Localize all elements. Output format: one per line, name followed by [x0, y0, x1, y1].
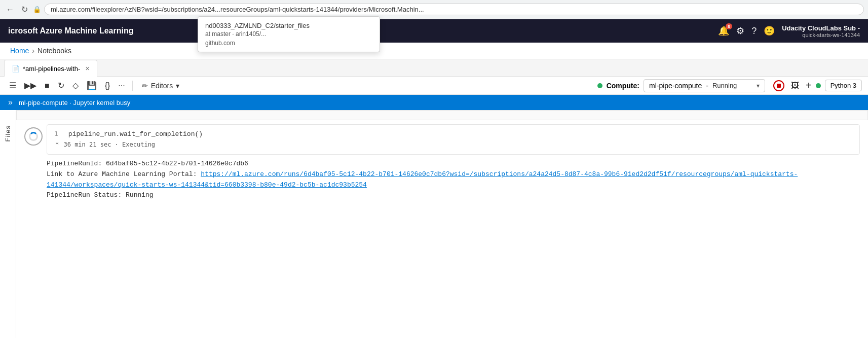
interrupt-button[interactable] [773, 80, 784, 91]
cell-run-indicator [24, 127, 43, 146]
stop-button[interactable]: ■ [42, 79, 53, 92]
notebook-content: 1 pipeline_run.wait_for_completion() * 3… [16, 110, 868, 338]
notebook-area: Files 1 pipeline_run.wait_for_completion… [0, 110, 868, 338]
notebook-tab[interactable]: 📄 *aml-pipelines-with- × [4, 60, 97, 77]
url-tooltip: nd00333_AZMLND_C2/starter_files at maste… [198, 16, 380, 52]
compute-dash: - [706, 82, 708, 90]
compute-status-dot [597, 83, 602, 88]
user-info: Udacity CloudLabs Sub - quick-starts-ws-… [782, 24, 860, 38]
back-button[interactable]: ← [4, 4, 16, 15]
spinner-icon [29, 132, 38, 141]
chevron-down-icon: ▾ [176, 82, 179, 90]
url-bar[interactable]: ml.azure.com/fileexplorerAzNB?wsid=/subs… [44, 4, 864, 15]
notifications-button[interactable]: 🔔 8 [718, 25, 729, 37]
save-button[interactable]: 💾 [84, 79, 100, 92]
output-area: PipelineRunId: 6d4baf05-5c12-4b22-b701-1… [47, 159, 860, 201]
tab-file-icon: 📄 [12, 65, 20, 73]
notif-badge: 8 [726, 23, 732, 29]
feedback-button[interactable]: 🙂 [764, 25, 775, 37]
cell-body[interactable]: 1 pipeline_run.wait_for_completion() * 3… [47, 124, 860, 155]
breadcrumb-separator: › [32, 47, 34, 55]
tab-close-button[interactable]: × [85, 64, 89, 73]
editors-label: Editors [151, 82, 173, 90]
run-all-button[interactable]: ▶▶ [21, 79, 40, 92]
toolbar: ☰ ▶▶ ■ ↻ ◇ 💾 {} ··· ✏ Editors ▾ Compute:… [0, 77, 868, 95]
toolbar-right: 🖼 + Python 3 [773, 80, 862, 91]
pen-icon: ✏ [142, 82, 148, 90]
files-label[interactable]: Files [4, 125, 12, 141]
tabs-bar: 📄 *aml-pipelines-with- × [0, 59, 868, 77]
output-link-prefix: Link to Azure Machine Learning Portal: [47, 170, 201, 178]
help-button[interactable]: ? [751, 26, 757, 37]
kernel-status-dot [816, 83, 821, 88]
kernel-label: Python 3 [831, 82, 856, 89]
settings-button[interactable]: ⚙ [736, 25, 744, 37]
user-workspace: quick-starts-ws-141344 [802, 32, 860, 38]
more-button[interactable]: ··· [115, 79, 128, 92]
browser-bar: ← ↻ 🔒 ml.azure.com/fileexplorerAzNB?wsid… [0, 0, 868, 19]
cell-line-number: 1 [54, 130, 58, 137]
screenshot-button[interactable]: 🖼 [788, 80, 802, 91]
tab-label: *aml-pipelines-with- [23, 65, 80, 73]
output-line-3: PipelineRun Status: Running [47, 190, 860, 201]
restart-button[interactable]: ↻ [55, 79, 67, 92]
toolbar-separator [132, 81, 133, 91]
status-bar: » ml-pipe-compute · Jupyter kernel busy [0, 95, 868, 110]
compute-dropdown[interactable]: ml-pipe-compute - Running ▾ [644, 79, 765, 92]
tooltip-main: nd00333_AZMLND_C2/starter_files [205, 22, 372, 29]
stop-inner-icon [777, 84, 781, 88]
output-line-1: PipelineRunId: 6d4baf05-5c12-4b22-b701-1… [47, 159, 860, 169]
add-cell-button[interactable]: + [806, 80, 812, 91]
menu-button[interactable]: ☰ [6, 79, 19, 92]
refresh-button[interactable]: ↻ [19, 4, 30, 15]
tooltip-source: github.com [205, 40, 372, 47]
breadcrumb-current: Notebooks [37, 47, 71, 55]
cell-code-line: 1 pipeline_run.wait_for_completion() [54, 130, 852, 138]
tooltip-sub: at master · arin1405/... [205, 30, 372, 38]
compute-chevron-icon: ▾ [757, 82, 760, 89]
breadcrumb-home[interactable]: Home [10, 47, 29, 55]
expand-button[interactable]: » [8, 98, 13, 107]
kernel-selector[interactable]: Python 3 [825, 80, 862, 91]
compute-status-text: Running [712, 82, 737, 89]
compute-label: Compute: [607, 82, 639, 90]
timing-text: 36 min 21 sec · Executing [63, 141, 155, 148]
compute-name: ml-pipe-compute [649, 82, 702, 90]
code-button[interactable]: {} [102, 79, 114, 92]
breadcrumb: Home › Notebooks [0, 43, 868, 59]
app-title: icrosoft Azure Machine Learning [8, 26, 133, 36]
header-right: 🔔 8 ⚙ ? 🙂 Udacity CloudLabs Sub - quick-… [718, 24, 860, 38]
compute-section: Compute: ml-pipe-compute - Running ▾ [597, 79, 765, 92]
status-message: ml-pipe-compute · Jupyter kernel busy [19, 99, 130, 106]
files-sidebar[interactable]: Files [0, 110, 16, 338]
cell-spacer-top [16, 110, 868, 120]
cell-timing: * 36 min 21 sec · Executing [55, 141, 852, 148]
timing-star-icon: * [55, 141, 59, 148]
lock-icon: 🔒 [33, 6, 41, 13]
user-name: Udacity CloudLabs Sub - [782, 24, 860, 32]
output-line-2: Link to Azure Machine Learning Portal: h… [47, 169, 860, 191]
code-cell: 1 pipeline_run.wait_for_completion() * 3… [24, 124, 860, 155]
cell-code-text: pipeline_run.wait_for_completion() [68, 130, 203, 138]
clear-button[interactable]: ◇ [69, 79, 82, 92]
editors-button[interactable]: ✏ Editors ▾ [137, 80, 185, 92]
aml-header: icrosoft Azure Machine Learning 🔔 8 ⚙ ? … [0, 19, 868, 43]
